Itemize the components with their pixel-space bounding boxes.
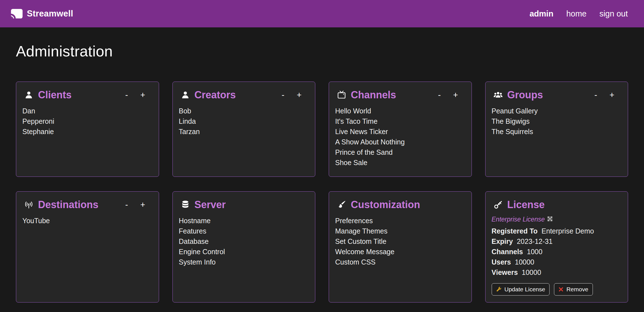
remove-license-button[interactable]: Remove <box>554 283 593 296</box>
card-customization: Customization Preferences Manage Themes … <box>329 191 472 303</box>
nav-home[interactable]: home <box>566 9 587 18</box>
cards-grid: Clients - + Dan Pepperoni Stephanie <box>16 82 628 303</box>
card-creators: Creators - + Bob Linda Tarzan <box>172 82 316 177</box>
minus-button[interactable]: - <box>593 91 598 99</box>
card-controls: - + <box>124 91 153 99</box>
page-title: Administration <box>16 42 628 60</box>
list-item[interactable]: Engine Control <box>179 247 309 257</box>
list-item[interactable]: Manage Themes <box>335 226 465 236</box>
person-icon <box>24 90 34 100</box>
list-item[interactable]: Preferences <box>335 216 465 226</box>
license-type: Enterprise License <box>492 216 622 223</box>
plus-button[interactable]: + <box>608 91 615 99</box>
list-item[interactable]: It's Taco Time <box>335 116 465 127</box>
list-item[interactable]: Shoe Sale <box>335 158 465 168</box>
page: Administration Clients - + Dan Peppe <box>0 42 644 303</box>
clients-list: Dan Pepperoni Stephanie <box>22 106 153 137</box>
card-header: Destinations - + <box>22 199 153 211</box>
minus-button[interactable]: - <box>437 91 442 99</box>
channels-list: Hello World It's Taco Time Live News Tic… <box>335 106 465 168</box>
broadcast-icon <box>24 200 34 209</box>
list-item[interactable]: Custom CSS <box>335 257 465 267</box>
brush-icon <box>337 200 346 209</box>
card-header: Customization <box>335 199 465 211</box>
plus-button[interactable]: + <box>139 91 146 99</box>
person-icon <box>181 90 190 100</box>
list-item[interactable]: Dan <box>22 106 153 116</box>
license-field: Viewers10000 <box>492 267 622 278</box>
nav-links: admin home sign out <box>529 9 628 18</box>
list-item[interactable]: Tarzan <box>179 127 309 137</box>
list-item[interactable]: Welcome Message <box>335 247 465 257</box>
brand[interactable]: Streamwell <box>11 9 73 19</box>
brand-name: Streamwell <box>27 9 73 19</box>
card-header: Clients - + <box>22 89 153 101</box>
list-item[interactable]: YouTube <box>22 216 153 226</box>
list-item[interactable]: The Squirrels <box>492 127 622 137</box>
field-value: 10000 <box>515 258 534 266</box>
card-title: Server <box>195 199 226 211</box>
card-destinations: Destinations - + YouTube <box>16 191 159 303</box>
field-value: 2023-12-31 <box>517 237 553 245</box>
list-item[interactable]: Hello World <box>335 106 465 116</box>
list-item[interactable]: Live News Ticker <box>335 127 465 137</box>
nav-signout[interactable]: sign out <box>599 9 628 18</box>
license-field: Expiry2023-12-31 <box>492 236 622 247</box>
card-channels: Channels - + Hello World It's Taco Time … <box>329 82 472 177</box>
list-item[interactable]: Stephanie <box>22 127 153 137</box>
minus-button[interactable]: - <box>280 91 285 99</box>
field-label: Viewers <box>492 268 518 276</box>
minus-button[interactable]: - <box>124 91 129 99</box>
list-item[interactable]: Prince of the Sand <box>335 147 465 158</box>
card-title: Destinations <box>38 199 98 211</box>
field-value: 1000 <box>527 248 543 256</box>
card-header: Server <box>178 199 309 211</box>
field-label: Expiry <box>492 237 513 245</box>
list-item[interactable]: System Info <box>179 257 309 267</box>
cast-logo-icon <box>11 9 23 19</box>
card-groups: Groups - + Peanut Gallery The Bigwigs Th… <box>485 82 628 177</box>
list-item[interactable]: The Bigwigs <box>492 116 622 127</box>
card-title: Customization <box>351 199 420 211</box>
creators-list: Bob Linda Tarzan <box>178 106 309 137</box>
checkered-icon <box>548 216 552 222</box>
remove-license-label: Remove <box>566 286 588 293</box>
update-license-button[interactable]: Update License <box>492 283 550 296</box>
destinations-list: YouTube <box>22 216 153 226</box>
plus-button[interactable]: + <box>139 201 146 209</box>
list-item[interactable]: Bob <box>179 106 309 116</box>
list-item[interactable]: Peanut Gallery <box>492 106 622 116</box>
key-icon <box>493 200 503 209</box>
card-header: Groups - + <box>491 89 622 101</box>
list-item[interactable]: Features <box>179 226 309 236</box>
card-header: Channels - + <box>335 89 465 101</box>
field-label: Users <box>492 258 511 266</box>
license-type-label: Enterprise License <box>492 216 545 223</box>
card-controls: - + <box>593 91 622 99</box>
field-value: 10000 <box>522 268 541 276</box>
card-header: Creators - + <box>178 89 309 101</box>
minus-button[interactable]: - <box>124 201 129 209</box>
list-item[interactable]: Database <box>179 236 309 247</box>
plus-button[interactable]: + <box>452 91 459 99</box>
license-field: Users10000 <box>492 257 622 267</box>
list-item[interactable]: A Show About Nothing <box>335 137 465 147</box>
license-fields: Registered ToEnterprise Demo Expiry2023-… <box>492 226 622 278</box>
list-item[interactable]: Pepperoni <box>22 116 153 127</box>
tv-icon <box>337 90 346 100</box>
card-clients: Clients - + Dan Pepperoni Stephanie <box>16 82 159 177</box>
list-item[interactable]: Set Custom Title <box>335 236 465 247</box>
card-controls: - + <box>437 91 465 99</box>
list-item[interactable]: Hostname <box>179 216 309 226</box>
plus-button[interactable]: + <box>295 91 303 99</box>
field-value: Enterprise Demo <box>541 227 594 235</box>
card-license: License Enterprise License Registered To <box>485 191 628 303</box>
list-item[interactable]: Linda <box>179 116 309 127</box>
license-field: Registered ToEnterprise Demo <box>492 226 622 236</box>
nav-admin[interactable]: admin <box>529 9 553 18</box>
card-server: Server Hostname Features Database Engine… <box>172 191 316 303</box>
license-buttons: Update License Remove <box>492 283 622 296</box>
card-title: Clients <box>38 89 72 101</box>
card-title: Creators <box>195 89 236 101</box>
card-title: License <box>507 199 545 211</box>
